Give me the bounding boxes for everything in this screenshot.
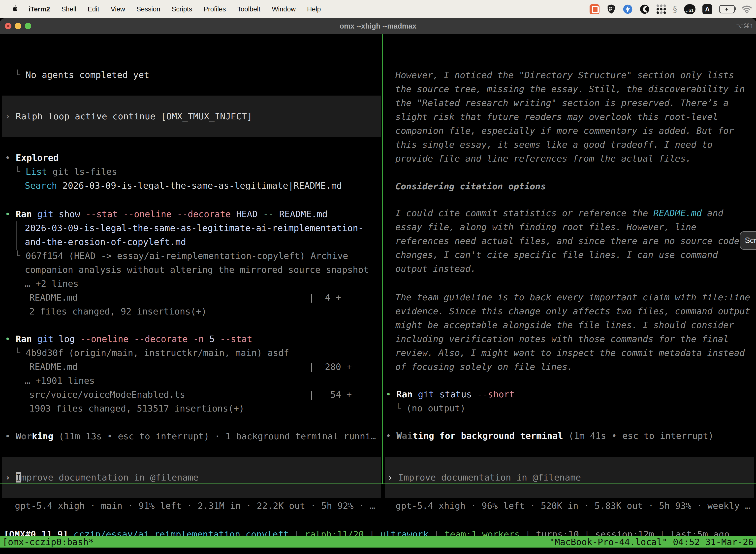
terminal-line: README.md | 4 +: [5, 291, 369, 304]
l-inject: › Ralph loop active continue [OMX_TMUX_I…: [5, 109, 252, 123]
terminal-line: evidence. Since this change only affects…: [395, 304, 750, 318]
tmux-host-clock: "MacBook-Pro-44.local" 04:52 31-Mar-26: [549, 537, 754, 547]
l-no-agents: └ No agents completed yet: [5, 68, 149, 82]
terminal-line: Search 2026-03-09-is-legal-the-same-as-l…: [5, 179, 342, 192]
dots-grid-icon[interactable]: [656, 4, 666, 14]
terminal-line: └ (no output): [386, 401, 515, 415]
terminal-line: › Improve documentation in @filename: [5, 470, 198, 485]
l-explored: • Explored└ List git ls-filesSearch 2026…: [5, 151, 342, 192]
menu-item-shell[interactable]: Shell: [62, 5, 76, 13]
menu-item-toolbelt[interactable]: Toolbelt: [237, 5, 260, 13]
r-para1: However, I noticed the "Directory Struct…: [395, 68, 745, 166]
terminal-line: references need actual files, and since …: [395, 234, 739, 248]
squiggle-icon[interactable]: §: [673, 4, 677, 14]
terminal-line: › Ralph loop active continue [OMX_TMUX_I…: [5, 109, 252, 123]
terminal-line: └ 067f154 (HEAD -> essay/ai-reimplementa…: [5, 249, 369, 263]
terminal-line: this single essay, it seems like a good …: [395, 138, 745, 152]
stats-app-icon[interactable]: [623, 4, 633, 14]
terminal-line: of focusing solely on file lines.: [395, 360, 750, 374]
terminal-line: I could cite commit statistics or refere…: [395, 206, 739, 220]
terminal-line: changes, I can't cite specific file line…: [395, 248, 739, 262]
chat-app-icon[interactable]: [589, 4, 600, 14]
terminal-line: └ List git ls-files: [5, 165, 342, 179]
battery-icon[interactable]: [719, 5, 735, 13]
r-para3: The team guideline is to back every impo…: [395, 290, 750, 374]
menu-item-edit[interactable]: Edit: [88, 5, 100, 13]
terminal-line: companion file, especially if more comme…: [395, 124, 745, 138]
terminal-line: including verification notes with those …: [395, 332, 750, 346]
terminal-line: might be acceptable alongside the file l…: [395, 318, 750, 332]
terminal-line: … +1901 lines: [5, 374, 352, 388]
terminal-line: • Waiting for background terminal (1m 41…: [386, 429, 713, 443]
menu-item-session[interactable]: Session: [136, 5, 160, 13]
r-prompt: › Improve documentation in @filename: [387, 470, 581, 485]
terminal-line: README.md | 280 +: [5, 360, 352, 374]
l-git-show: • Ran git show --stat --oneline --decora…: [5, 207, 369, 319]
terminal-line: gpt-5.4 xhigh · main · 91% left · 2.31M …: [5, 499, 375, 513]
menu-item-view[interactable]: View: [111, 5, 125, 13]
l-prompt: › Improve documentation in @filename: [5, 470, 198, 485]
terminal-line: • Ran git log --oneline --decorate -n 5 …: [5, 332, 352, 346]
window-shortcut-badge: ⌥⌘1: [736, 18, 754, 34]
a-app-icon[interactable]: A: [702, 4, 712, 14]
terminal-line: companion analysis without altering the …: [5, 263, 369, 277]
menu-item-help[interactable]: Help: [307, 5, 321, 13]
badge-61-icon[interactable]: ..61: [684, 4, 695, 14]
pane-divider-vertical[interactable]: [382, 34, 383, 484]
l-git-log: • Ran git log --oneline --decorate -n 5 …: [5, 332, 352, 416]
r-status: gpt-5.4 xhigh · 96% left · 520K in · 5.8…: [386, 499, 750, 513]
screen-overlay-button[interactable]: Scre: [740, 231, 756, 250]
terminal-line: gpt-5.4 xhigh · 96% left · 520K in · 5.8…: [386, 499, 750, 513]
terminal-line: the "Related research writing" section i…: [395, 96, 745, 110]
terminal-line: slight risk that future readers may over…: [395, 110, 745, 124]
terminal-line: essay file, along with finding root file…: [395, 220, 739, 234]
terminal-line: • Ran git status --short: [386, 387, 515, 401]
terminal-line: • Ran git show --stat --oneline --decora…: [5, 207, 369, 221]
screen: { "menu_bar": { "items": [ {"label": "iT…: [0, 0, 756, 554]
terminal-line: src/voice/voiceModeEnabled.ts | 54 +: [5, 388, 352, 402]
menu-item-window[interactable]: Window: [272, 5, 296, 13]
terminal-line: Considering citation options: [395, 179, 546, 193]
r-para2: I could cite commit statistics or refere…: [395, 206, 739, 276]
terminal-line: the source tree, missing the essay. Stil…: [395, 82, 745, 96]
terminal-line: The team guideline is to back every impo…: [395, 290, 750, 304]
terminal-line: • Working (11m 13s • esc to interrupt) ·…: [5, 429, 376, 443]
terminal-line: However, I noticed the "Directory Struct…: [395, 68, 745, 82]
terminal-line: output instead.: [395, 262, 739, 276]
terminal-line: 2026-03-09-is-legal-the-same-as-legitima…: [5, 221, 369, 235]
terminal-line: └ 4b9d30f (origin/main, instructkr/main,…: [5, 346, 352, 360]
l-working: • Working (11m 13s • esc to interrupt) ·…: [5, 429, 376, 443]
terminal-line: 1903 files changed, 513517 insertions(+): [5, 402, 352, 416]
apple-menu-icon[interactable]: [11, 5, 18, 13]
recorder-app-icon[interactable]: [640, 4, 649, 14]
macos-menu-bar: iTerm2ShellEditViewSessionScriptsProfile…: [0, 0, 756, 18]
window-title-bar: omx --xhigh --madmax ⌥⌘1: [0, 18, 756, 34]
terminal-line: › Improve documentation in @filename: [387, 470, 581, 485]
menu-item-profiles[interactable]: Profiles: [204, 5, 226, 13]
tmux-status-bar: [omx-cczip0:bash* "MacBook-Pro-44.local"…: [0, 536, 756, 548]
terminal-line: └ No agents completed yet: [5, 68, 149, 82]
r-status-cmd: • Ran git status --short└ (no output): [386, 387, 515, 415]
terminal-content: └ No agents completed yet› Ralph loop ac…: [0, 34, 756, 554]
menu-items: iTerm2ShellEditViewSessionScriptsProfile…: [28, 5, 321, 13]
terminal-line: • Explored: [5, 151, 342, 165]
terminal-line: 2 files changed, 92 insertions(+): [5, 304, 369, 319]
terminal-line: … +2 lines: [5, 277, 369, 291]
pane-divider-horizontal: [0, 484, 756, 484]
r-head1: Considering citation options: [395, 179, 546, 193]
menu-item-iterm2[interactable]: iTerm2: [28, 5, 50, 13]
window-title: omx --xhigh --madmax: [0, 18, 756, 34]
terminal-line: review. Also, I might want to inspect th…: [395, 346, 750, 360]
menu-bar-status-area: § ..61 A: [589, 0, 752, 18]
l-status: gpt-5.4 xhigh · main · 91% left · 2.31M …: [5, 499, 375, 513]
tmux-session-label: [omx-cczip0:bash*: [2, 537, 94, 547]
menu-item-scripts[interactable]: Scripts: [172, 5, 192, 13]
wifi-icon[interactable]: [742, 5, 752, 14]
terminal-line: provide file and line references from th…: [395, 152, 745, 166]
terminal-line: and-the-erosion-of-copyleft.md: [5, 235, 369, 249]
r-waiting: • Waiting for background terminal (1m 41…: [386, 429, 713, 443]
shield-grid-icon[interactable]: [607, 4, 616, 14]
